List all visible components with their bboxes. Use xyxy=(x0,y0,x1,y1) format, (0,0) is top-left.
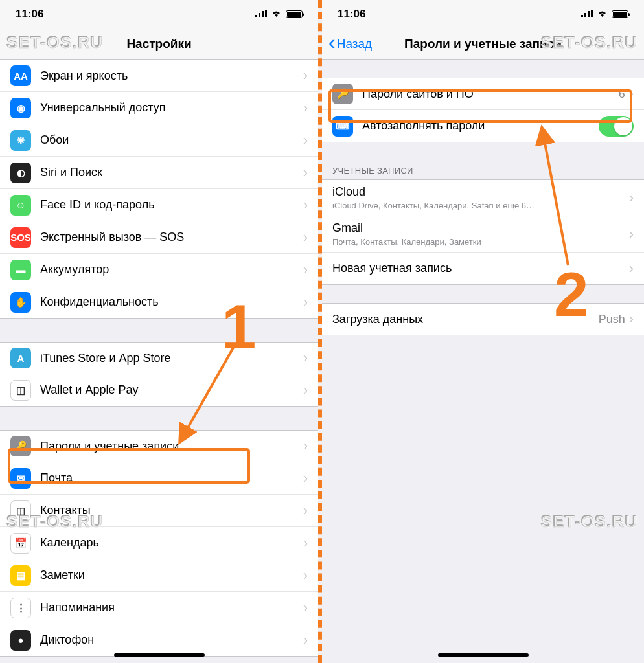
step-number-1: 1 xyxy=(222,291,256,363)
autofill-passwords-row[interactable]: ⌨ Автозаполнять пароли xyxy=(322,110,644,142)
battery-icon xyxy=(612,10,628,18)
page-title: Настройки xyxy=(126,37,191,51)
row-label: Face ID и код-пароль xyxy=(40,198,303,212)
row-label: Обои xyxy=(40,133,303,147)
wifi-icon xyxy=(271,8,282,21)
chevron-right-icon: › xyxy=(629,260,634,277)
keyboard-icon: ⌨ xyxy=(332,116,353,137)
chevron-right-icon: › xyxy=(303,164,308,181)
row-label: Конфиденциальность xyxy=(40,295,303,309)
itunes-appstore-row[interactable]: AiTunes Store и App Store› xyxy=(0,342,318,374)
settings-group-2: AiTunes Store и App Store›◫Wallet и Appl… xyxy=(0,342,318,407)
fetch-value: Push xyxy=(599,313,625,326)
emergency-sos-icon: SOS xyxy=(10,227,31,248)
website-app-passwords-row[interactable]: 🔑 Пароли сайтов и ПО 6 › xyxy=(322,78,644,110)
siri-search-row[interactable]: ◐Siri и Поиск› xyxy=(0,157,318,189)
chevron-right-icon: › xyxy=(303,567,308,584)
voice-memos-icon: ● xyxy=(10,630,31,651)
key-icon: 🔑 xyxy=(332,84,353,104)
row-label: Диктофон xyxy=(40,633,303,647)
chevron-right-icon: › xyxy=(303,438,308,455)
accessibility-row[interactable]: ◉Универсальный доступ› xyxy=(0,92,318,124)
chevron-right-icon: › xyxy=(303,197,308,214)
chevron-right-icon: › xyxy=(303,67,308,84)
passwords-count: 6 xyxy=(619,87,625,101)
svg-rect-7 xyxy=(588,11,590,17)
accounts-group: iCloudiCloud Drive, Контакты, Календари,… xyxy=(322,179,644,285)
wallpaper-row[interactable]: ❋Обои› xyxy=(0,124,318,157)
chevron-right-icon: › xyxy=(303,262,308,278)
privacy-icon: ✋ xyxy=(10,292,31,313)
passwords-accounts-row[interactable]: 🔑Пароли и учетные записи› xyxy=(0,430,318,462)
svg-rect-0 xyxy=(255,15,257,17)
autofill-toggle[interactable] xyxy=(599,116,634,137)
passwords-accounts-pane: 11:06 Назад Пароли и учетные записи 🔑 Па… xyxy=(322,0,644,663)
voice-memos-row[interactable]: ●Диктофон› xyxy=(0,624,318,657)
account-subtitle: iCloud Drive, Контакты, Календари, Safar… xyxy=(332,201,629,210)
chevron-right-icon: › xyxy=(303,132,308,149)
wifi-icon xyxy=(597,8,608,21)
mail-row[interactable]: ✉Почта› xyxy=(0,462,318,495)
row-label: Универсальный доступ xyxy=(40,101,303,115)
faceid-passcode-row[interactable]: ☺Face ID и код-пароль› xyxy=(0,189,318,221)
watermark: SET-OS.RU xyxy=(6,511,103,532)
svg-rect-3 xyxy=(265,10,267,17)
battery-icon: ▬ xyxy=(10,260,31,280)
fetch-group: Загрузка данных Push › xyxy=(322,303,644,335)
row-label: Автозаполнять пароли xyxy=(362,119,599,133)
row-label: Siri и Поиск xyxy=(40,166,303,179)
add-account-row[interactable]: Новая учетная запись› xyxy=(322,253,644,285)
chevron-right-icon: › xyxy=(303,535,308,552)
watermark: SET-OS.RU xyxy=(541,511,638,532)
chevron-right-icon: › xyxy=(303,350,308,366)
settings-group-3: 🔑Пароли и учетные записи›✉Почта›◫Контакт… xyxy=(0,430,318,657)
accounts-section-header: УЧЕТНЫЕ ЗАПИСИ xyxy=(322,161,644,179)
row-label: Экстренный вызов — SOS xyxy=(40,230,303,244)
display-brightness-row[interactable]: AAЭкран и яркость› xyxy=(0,60,318,92)
battery-row[interactable]: ▬Аккумулятор› xyxy=(0,254,318,286)
account-gmail-row[interactable]: GmailПочта, Контакты, Календари, Заметки… xyxy=(322,216,644,253)
row-label: Календарь xyxy=(40,536,303,550)
chevron-right-icon: › xyxy=(629,85,634,102)
settings-root-pane: 11:06 Настройки AAЭкран и яркость›◉Униве… xyxy=(0,0,322,663)
settings-group-1: AAЭкран и яркость›◉Универсальный доступ›… xyxy=(0,60,318,319)
chevron-right-icon: › xyxy=(303,100,308,117)
calendar-row[interactable]: 📅Календарь› xyxy=(0,527,318,559)
itunes-appstore-icon: A xyxy=(10,348,31,368)
account-subtitle: Почта, Контакты, Календари, Заметки xyxy=(332,237,629,247)
chevron-right-icon: › xyxy=(629,190,634,207)
status-time: 11:06 xyxy=(338,8,365,21)
row-label: iTunes Store и App Store xyxy=(40,352,303,365)
chevron-right-icon: › xyxy=(303,382,308,399)
battery-icon xyxy=(286,10,303,18)
reminders-row[interactable]: ⋮Напоминания› xyxy=(0,592,318,624)
mail-icon: ✉ xyxy=(10,468,31,489)
svg-rect-6 xyxy=(584,13,586,17)
chevron-right-icon: › xyxy=(303,632,308,649)
status-bar: 11:06 xyxy=(322,0,644,28)
account-title: iCloud xyxy=(332,185,629,199)
chevron-right-icon: › xyxy=(303,294,308,311)
notes-icon: ▤ xyxy=(10,565,31,586)
back-button[interactable]: Назад xyxy=(328,37,372,51)
step-number-2: 2 xyxy=(554,259,588,330)
row-label: Пароли сайтов и ПО xyxy=(362,87,619,101)
chevron-right-icon: › xyxy=(629,311,634,328)
row-label: Заметки xyxy=(40,568,303,582)
row-label: Почта xyxy=(40,471,303,485)
account-icloud-row[interactable]: iCloudiCloud Drive, Контакты, Календари,… xyxy=(322,179,644,216)
signal-icon xyxy=(581,8,593,21)
wallpaper-icon: ❋ xyxy=(10,130,31,151)
row-label: Экран и яркость xyxy=(40,69,303,83)
notes-row[interactable]: ▤Заметки› xyxy=(0,559,318,592)
fetch-new-data-row[interactable]: Загрузка данных Push › xyxy=(322,303,644,335)
wallet-applepay-row[interactable]: ◫Wallet и Apple Pay› xyxy=(0,374,318,407)
chevron-right-icon: › xyxy=(629,226,634,243)
chevron-right-icon: › xyxy=(303,502,308,519)
svg-rect-8 xyxy=(591,10,593,17)
privacy-row[interactable]: ✋Конфиденциальность› xyxy=(0,286,318,319)
passwords-group: 🔑 Пароли сайтов и ПО 6 › ⌨ Автозаполнять… xyxy=(322,78,644,142)
reminders-icon: ⋮ xyxy=(10,598,31,618)
signal-icon xyxy=(255,8,267,21)
emergency-sos-row[interactable]: SOSЭкстренный вызов — SOS› xyxy=(0,221,318,254)
